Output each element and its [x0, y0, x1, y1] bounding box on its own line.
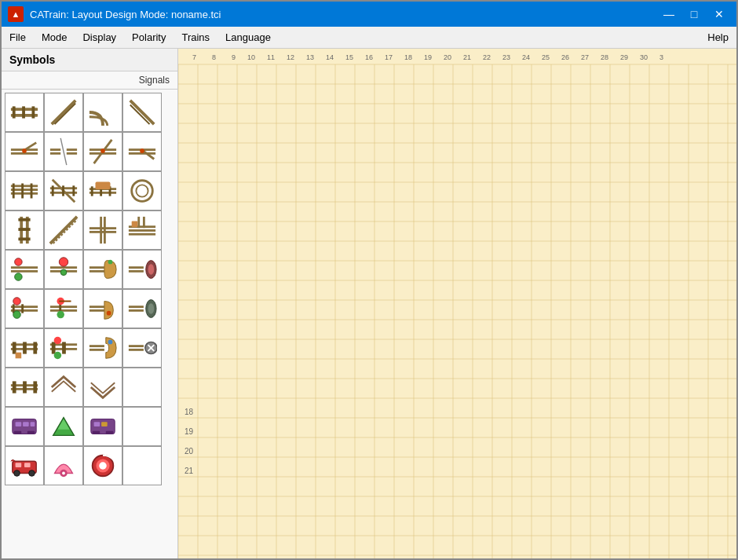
svg-rect-36 [90, 192, 116, 194]
symbol-track-diagonal[interactable] [44, 93, 83, 132]
svg-rect-34 [72, 185, 75, 196]
svg-rect-33 [62, 185, 64, 196]
symbol-track-h3[interactable] [44, 171, 83, 210]
menu-help[interactable]: Help [700, 29, 736, 46]
symbol-block-a[interactable] [5, 328, 44, 368]
symbol-empty[interactable] [122, 368, 162, 407]
symbol-item-green[interactable] [44, 407, 83, 446]
symbol-empty2[interactable] [122, 407, 162, 446]
symbol-train-red[interactable] [5, 446, 44, 485]
symbol-item-purple[interactable] [5, 407, 44, 446]
svg-rect-25 [11, 192, 38, 195]
svg-text:30: 30 [640, 53, 648, 61]
symbol-switch-left[interactable] [5, 132, 44, 171]
svg-rect-96 [13, 342, 16, 353]
svg-point-136 [62, 472, 65, 475]
menu-display[interactable]: Display [75, 29, 124, 46]
col-headers: 7 8 9 10 11 12 13 14 15 16 17 18 19 20 2… [192, 53, 663, 61]
svg-text:13: 13 [306, 53, 314, 61]
svg-rect-123 [14, 431, 22, 434]
svg-point-70 [108, 260, 113, 265]
symbol-decor-c[interactable] [83, 368, 122, 407]
svg-rect-122 [31, 422, 35, 426]
svg-point-79 [13, 311, 21, 319]
symbol-track-diagonal2[interactable] [122, 93, 162, 132]
grid-area: 7 8 9 10 11 12 13 14 15 16 17 18 19 20 2… [178, 49, 736, 558]
symbol-empty3[interactable] [122, 446, 162, 485]
symbols-header: Symbols [2, 49, 177, 71]
svg-text:24: 24 [522, 53, 530, 61]
svg-rect-71 [129, 266, 144, 269]
symbol-switch-cross[interactable] [83, 132, 122, 171]
menu-file[interactable]: File [2, 29, 34, 46]
symbol-sensor-green[interactable] [5, 250, 44, 289]
symbol-track-h4[interactable] [83, 171, 122, 210]
svg-rect-97 [23, 342, 27, 353]
symbol-decor-b[interactable] [44, 368, 83, 407]
symbol-track-h2[interactable] [5, 171, 44, 210]
symbol-block-circle[interactable] [122, 328, 162, 368]
symbol-train-pink[interactable] [44, 446, 83, 485]
symbol-track-straight-h[interactable] [5, 93, 44, 132]
symbol-sensor-bell[interactable] [83, 250, 122, 289]
symbol-decor-a[interactable] [5, 368, 44, 407]
symbol-train-whistle[interactable] [83, 446, 122, 485]
svg-text:26: 26 [561, 53, 569, 61]
symbol-switch-right[interactable] [122, 132, 162, 171]
symbol-sensor-oval[interactable] [122, 250, 162, 289]
symbol-item-purple2[interactable] [83, 407, 122, 446]
symbol-signal-oval2[interactable] [122, 289, 162, 328]
symbol-signal-lamp[interactable] [5, 289, 44, 328]
window-controls: — □ ✕ [658, 5, 730, 23]
svg-point-104 [54, 337, 62, 345]
symbol-sensor-red[interactable] [44, 250, 83, 289]
close-button[interactable]: ✕ [708, 5, 730, 23]
symbol-track-straight-v[interactable] [5, 210, 44, 250]
svg-rect-46 [18, 228, 30, 231]
svg-rect-106 [90, 345, 104, 347]
svg-text:19: 19 [424, 53, 432, 61]
svg-point-62 [15, 273, 23, 281]
symbol-track-curve[interactable] [83, 93, 122, 132]
svg-text:11: 11 [267, 53, 275, 61]
row-numbers-container: 18 19 20 21 [178, 64, 195, 481]
svg-text:12: 12 [287, 53, 294, 61]
signals-tab[interactable]: Signals [2, 71, 177, 90]
menu-trains[interactable]: Trains [174, 29, 217, 46]
maximize-button[interactable]: □ [683, 5, 705, 23]
menu-polarity[interactable]: Polarity [124, 29, 174, 46]
symbol-track-circle[interactable] [122, 171, 162, 210]
svg-rect-82 [50, 309, 77, 312]
svg-rect-12 [50, 148, 60, 151]
symbol-block-b[interactable] [44, 328, 83, 368]
minimize-button[interactable]: — [658, 5, 680, 23]
svg-rect-45 [18, 218, 30, 221]
menu-mode[interactable]: Mode [34, 29, 75, 46]
menu-language[interactable]: Language [217, 29, 279, 46]
svg-rect-50 [90, 227, 116, 229]
symbol-signal-stop[interactable] [44, 289, 83, 328]
svg-rect-127 [101, 422, 108, 426]
svg-rect-69 [90, 270, 104, 273]
svg-point-66 [59, 258, 68, 266]
svg-rect-14 [50, 152, 60, 155]
row-num-19: 19 [178, 422, 195, 441]
window-title: CATrain: Layout Design Mode: noname.tci [30, 9, 221, 20]
symbol-grid [2, 90, 177, 489]
symbol-connector[interactable] [44, 132, 83, 171]
svg-rect-99 [16, 353, 22, 359]
svg-point-22 [140, 148, 144, 153]
svg-rect-3 [22, 106, 25, 118]
svg-text:8: 8 [212, 53, 216, 61]
symbol-block-c[interactable] [83, 328, 122, 368]
symbol-track-cross[interactable] [83, 210, 122, 250]
symbol-track-multi[interactable] [122, 210, 162, 250]
svg-text:3: 3 [659, 53, 663, 61]
symbol-track-diag3[interactable] [44, 210, 83, 250]
symbol-signal-bell2[interactable] [83, 289, 122, 328]
svg-text:15: 15 [345, 53, 353, 61]
svg-rect-61 [11, 270, 38, 273]
svg-line-5 [52, 101, 75, 124]
content-area: Symbols Signals [2, 49, 736, 558]
svg-rect-116 [13, 381, 16, 393]
